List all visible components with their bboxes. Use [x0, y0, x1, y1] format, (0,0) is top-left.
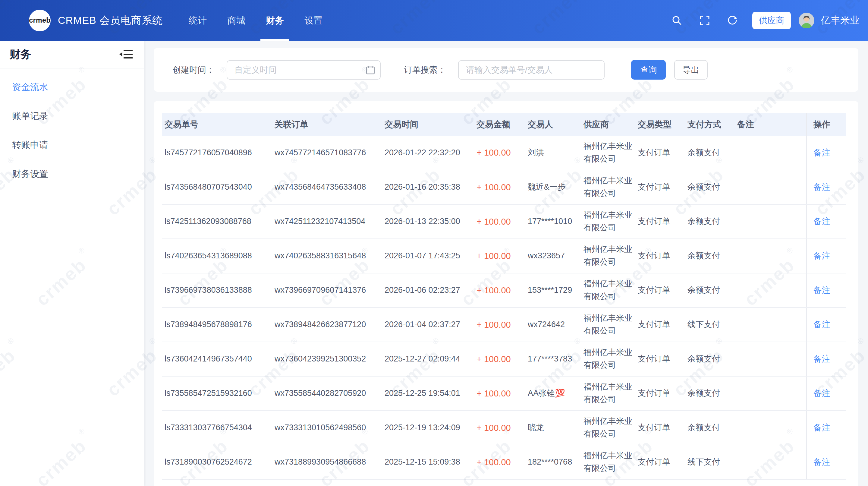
sidebar-item-4[interactable]: 财务设置	[0, 159, 144, 188]
time-cell: 2025-12-15 15:09:38	[382, 445, 474, 479]
amount-cell: + 100.00	[474, 204, 525, 239]
action-cell: 备注	[807, 170, 846, 204]
time-cell: 2026-01-13 22:35:00	[382, 204, 474, 239]
app-logo-text: crmeb	[29, 16, 51, 24]
type-cell: 支付订单	[635, 376, 685, 411]
supplier-cell: 福州亿丰米业有限公司	[581, 204, 635, 239]
related-cell: wx735585440282705920	[272, 376, 382, 411]
pay-cell: 线下支付	[685, 445, 735, 479]
time-cell: 2026-01-06 02:23:27	[382, 273, 474, 307]
remark-cell	[735, 307, 807, 342]
remark-link[interactable]: 备注	[813, 423, 830, 432]
remark-cell	[735, 170, 807, 204]
remark-link[interactable]: 备注	[813, 389, 830, 398]
sidebar: 财务 资金流水账单记录转账申请财务设置	[0, 41, 144, 486]
remark-link[interactable]: 备注	[813, 354, 830, 364]
time-cell: 2026-01-22 22:32:20	[382, 136, 474, 170]
related-cell: wx745772146571083776	[272, 136, 382, 170]
remark-link[interactable]: 备注	[813, 217, 830, 226]
nav-tab-2[interactable]: 商城	[217, 0, 255, 41]
action-cell: 备注	[807, 136, 846, 170]
nav-tab-4[interactable]: 设置	[294, 0, 333, 41]
trader-cell: wx724642	[525, 307, 581, 342]
time-cell: 2026-01-16 20:35:38	[382, 170, 474, 204]
trader-cell: 魏近&一步	[525, 170, 581, 204]
amount-cell: + 100.00	[474, 136, 525, 170]
remark-cell	[735, 342, 807, 376]
remark-link[interactable]: 备注	[813, 457, 830, 467]
type-cell: 支付订单	[635, 342, 685, 376]
order-no-cell: ls735585472515932160	[162, 376, 272, 411]
related-cell: wx742511232107413504	[272, 204, 382, 239]
column-header-6: 供应商	[581, 113, 635, 136]
table-row: ls745772176057040896wx745772146571083776…	[162, 136, 846, 170]
pay-cell: 线下支付	[685, 307, 735, 342]
user-name[interactable]: 亿丰米业	[821, 14, 860, 27]
supplier-cell: 福州亿丰米业有限公司	[581, 445, 635, 479]
table-row: ls742511362093088768wx742511232107413504…	[162, 204, 846, 239]
remark-cell	[735, 411, 807, 445]
query-button[interactable]: 查询	[631, 60, 666, 80]
amount-cell: + 100.00	[474, 273, 525, 307]
column-header-4: 交易金额	[474, 113, 525, 136]
table-body: ls745772176057040896wx745772146571083776…	[162, 136, 846, 479]
table-row: ls735585472515932160wx735585440282705920…	[162, 376, 846, 411]
date-range-input[interactable]	[227, 60, 381, 80]
amount-cell: + 100.00	[474, 307, 525, 342]
sidebar-title: 财务	[10, 47, 31, 62]
sidebar-menu: 资金流水账单记录转账申请财务设置	[0, 68, 144, 188]
remark-link[interactable]: 备注	[813, 320, 830, 329]
order-search-input[interactable]	[458, 60, 604, 80]
amount-cell: + 100.00	[474, 411, 525, 445]
action-cell: 备注	[807, 204, 846, 239]
search-icon[interactable]	[671, 14, 683, 27]
nav-menu: 统计商城财务设置	[179, 0, 333, 41]
order-no-cell: ls740263654313689088	[162, 239, 272, 273]
column-header-5: 交易人	[525, 113, 581, 136]
order-search-label: 订单搜索：	[404, 64, 446, 76]
amount-cell: + 100.00	[474, 239, 525, 273]
nav-tab-1[interactable]: 统计	[179, 0, 217, 41]
related-cell: wx731889930954866688	[272, 445, 382, 479]
table-row: ls743568480707543040wx743568464735633408…	[162, 170, 846, 204]
remark-link[interactable]: 备注	[813, 251, 830, 261]
avatar[interactable]	[799, 13, 814, 28]
menu-fold-icon[interactable]	[119, 49, 133, 60]
amount-cell: + 100.00	[474, 170, 525, 204]
related-cell: wx743568464735633408	[272, 170, 382, 204]
table-card: 交易单号关联订单交易时间交易金额交易人供应商交易类型支付方式备注操作 ls745…	[154, 101, 858, 486]
order-no-cell: ls739669738036133888	[162, 273, 272, 307]
trader-cell: 177****3783	[525, 342, 581, 376]
time-cell: 2025-12-27 02:09:44	[382, 342, 474, 376]
app-logo: crmeb	[29, 10, 51, 31]
sidebar-item-1[interactable]: 资金流水	[0, 73, 144, 101]
remark-cell	[735, 376, 807, 411]
order-no-cell: ls742511362093088768	[162, 204, 272, 239]
type-cell: 支付订单	[635, 307, 685, 342]
order-no-cell: ls745772176057040896	[162, 136, 272, 170]
column-header-7: 交易类型	[635, 113, 685, 136]
order-no-cell: ls736042414967357440	[162, 342, 272, 376]
export-button[interactable]: 导出	[674, 60, 708, 80]
remark-cell	[735, 273, 807, 307]
action-cell: 备注	[807, 376, 846, 411]
remark-cell	[735, 445, 807, 479]
sidebar-header: 财务	[0, 41, 144, 68]
remark-link[interactable]: 备注	[813, 148, 830, 157]
pay-cell: 余额支付	[685, 376, 735, 411]
related-cell: wx736042399251300352	[272, 342, 382, 376]
sidebar-item-2[interactable]: 账单记录	[0, 101, 144, 130]
sidebar-item-3[interactable]: 转账申请	[0, 130, 144, 159]
nav-tab-3[interactable]: 财务	[255, 0, 294, 41]
column-header-9: 备注	[735, 113, 807, 136]
remark-link[interactable]: 备注	[813, 285, 830, 295]
column-header-8: 支付方式	[685, 113, 735, 136]
avatar-image	[799, 13, 814, 28]
fullscreen-icon[interactable]	[699, 14, 711, 27]
column-header-1: 交易单号	[162, 113, 272, 136]
order-no-cell: ls743568480707543040	[162, 170, 272, 204]
supplier-cell: 福州亿丰米业有限公司	[581, 273, 635, 307]
remark-link[interactable]: 备注	[813, 182, 830, 192]
remark-cell	[735, 204, 807, 239]
refresh-icon[interactable]	[726, 14, 738, 27]
